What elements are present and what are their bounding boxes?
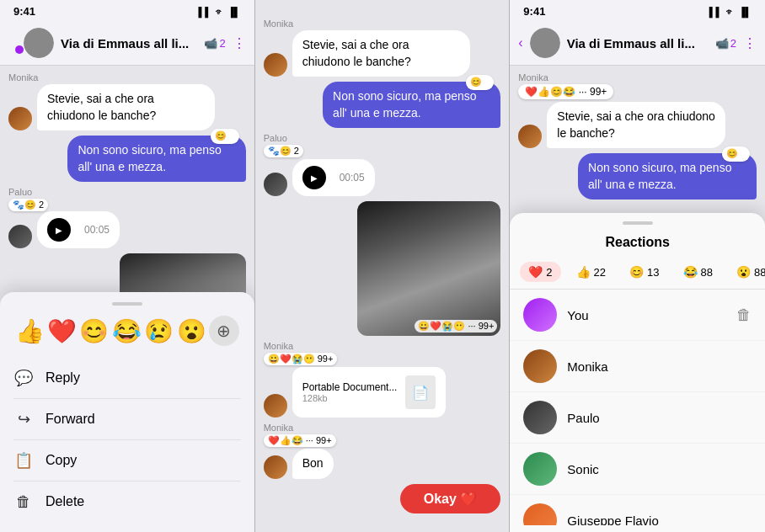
sender-monika: Monika [8, 72, 38, 82]
audio-msg-mid[interactable]: ▶ 00:05 [292, 159, 375, 196]
delete-menu-item[interactable]: 🗑 Delete [13, 481, 241, 522]
play-button[interactable]: ▶ [47, 218, 71, 242]
msg-av-mid: Stevie, sai a che ora chiudono le banche… [264, 30, 501, 77]
badge-out-right: 😊 2 [722, 146, 750, 161]
status-icons-left: ▌▌ ᯤ ▐▌ [198, 7, 240, 17]
avatar-paulo [523, 401, 557, 434]
msg-row-bon-mid: Monika ❤️👍😂 ··· 99+ Bon [264, 423, 501, 479]
file-info: Portable Document... 128kb [302, 381, 398, 403]
img-msg-mid: 😀❤️😭😶 ··· 99+ [357, 201, 500, 336]
audio-with-av: ▶ 00:05 [8, 211, 120, 248]
avatar-paluo [8, 225, 32, 248]
more-icon[interactable]: ⋮ [233, 35, 246, 51]
more-icon-right[interactable]: ⋮ [743, 35, 757, 51]
bubble-out-mid: 😊 2 Non sono sicuro, ma penso all' una e… [323, 82, 500, 128]
emoji-heart[interactable]: ❤️ [47, 317, 77, 345]
sender-monika-mid: Monika [264, 19, 293, 29]
img-reaction-mid: 😀❤️😭😶 ··· 99+ [415, 320, 497, 332]
emoji-wow[interactable]: 😮 [177, 317, 206, 345]
avatar-monika-right [518, 125, 542, 148]
back-icon-right[interactable]: ‹ [518, 35, 522, 51]
filter-laugh-count: 88 [701, 266, 713, 279]
play-button-mid[interactable]: ▶ [302, 166, 326, 189]
avatar-paluo-mid [264, 173, 287, 196]
user-row-giuseppe: Giuseppe Flavio [510, 495, 765, 525]
bottom-sheet[interactable]: 👍 ❤️ 😊 😂 😢 😮 ⊕ 💬 Reply ↪ Forward 📋 Copy … [0, 292, 254, 532]
badge-out-mid: 😊 2 [466, 75, 494, 89]
msg-row-monika-mid: Monika Stevie, sai a che ora chiudono le… [264, 19, 501, 77]
bubble-bon: Bon [292, 449, 334, 479]
user-name-paulo: Paulo [567, 411, 752, 425]
reply-menu-item[interactable]: 💬 Reply [13, 358, 241, 399]
delete-reaction-icon[interactable]: 🗑 [736, 306, 752, 324]
file-size: 128kb [302, 393, 398, 403]
filter-thumbs[interactable]: 👍 22 [568, 262, 614, 282]
modal-handle [623, 221, 653, 225]
avatar-monika-mid [264, 53, 287, 77]
audio-duration: 00:05 [84, 224, 110, 236]
emoji-cry[interactable]: 😢 [144, 317, 174, 345]
reaction-user-list: You 🗑 Monika Paulo Sonic Giuseppe Flavio [510, 290, 765, 525]
forward-menu-item[interactable]: ↪ Forward [13, 399, 241, 440]
okay-button[interactable]: Okay ❤️ [400, 484, 501, 513]
copy-menu-item[interactable]: 📋 Copy [13, 440, 241, 481]
video-icon-badge[interactable]: 📹 2 [204, 37, 225, 50]
battery-icon: ▐▌ [227, 7, 241, 17]
header-icons-right: 📹 2 ⋮ [715, 35, 757, 51]
user-row-monika: Monika [510, 341, 765, 392]
user-name-monika: Monika [567, 359, 752, 374]
header-icons-left: 📹 2 ⋮ [204, 35, 245, 51]
img-placeholder-mid [357, 201, 500, 336]
monika-av-right: Stevie, sai a che ora chiudono le banche… [518, 102, 757, 148]
svg-text:📄: 📄 [412, 385, 429, 401]
group-avatar-left [24, 28, 54, 58]
middle-panel: Monika Stevie, sai a che ora chiudono le… [255, 0, 510, 532]
filter-wow[interactable]: 😮 88 [728, 262, 765, 282]
emoji-laugh[interactable]: 😂 [112, 317, 142, 345]
msg-row-monika: Monika Stevie, sai a che ora chiudono le… [8, 72, 246, 130]
user-name-sonic: Sonic [567, 462, 752, 476]
filter-smile[interactable]: 😊 13 [621, 262, 667, 282]
delete-label: Delete [45, 494, 84, 509]
emoji-thumbs-up[interactable]: 👍 [15, 317, 45, 345]
user-name-giuseppe: Giuseppe Flavio [567, 513, 752, 526]
forward-icon: ↪ [13, 409, 34, 429]
filter-thumbs-count: 22 [594, 266, 606, 279]
file-av-mid: Portable Document... 128kb 📄 [264, 367, 447, 418]
emoji-quick-row: 👍 ❤️ 😊 😂 😢 😮 ⊕ [13, 316, 241, 346]
video-icon-badge-right[interactable]: 📹 2 [715, 37, 736, 50]
group-title-left[interactable]: Via di Emmaus all li... [61, 36, 197, 51]
msg-row-out1-left: 😊 2 Non sono sicuro, ma penso all' una e… [8, 136, 246, 182]
group-title-right[interactable]: Via di Emmaus all li... [567, 36, 709, 51]
chat-header-left: Via di Emmaus all li... 📹 2 ⋮ [0, 21, 254, 66]
badge-out1: 😊 2 [211, 129, 238, 143]
file-reaction: 😀❤️😭😶 99+ [264, 353, 338, 365]
avatar-monika-file [264, 394, 287, 418]
msg-with-av: Stevie, sai a che ora chiudono le banche… [8, 84, 246, 130]
forward-label: Forward [45, 412, 95, 427]
reply-label: Reply [45, 370, 80, 386]
sheet-handle [112, 302, 142, 306]
status-bar-mid [255, 0, 510, 8]
filter-heart[interactable]: ❤️ 2 [520, 262, 560, 282]
avatar-img-left [24, 28, 54, 58]
filter-smile-count: 13 [647, 266, 659, 279]
audio-msg-left[interactable]: ▶ 00:05 [37, 211, 120, 248]
msg-row-file-mid: Monika 😀❤️😭😶 99+ Portable Document... 12… [264, 341, 501, 418]
filter-laugh[interactable]: 😂 88 [675, 262, 721, 282]
time-right: 9:41 [523, 5, 545, 18]
monika-reaction-right: ❤️👍😊😂 ··· 99+ [518, 84, 613, 99]
status-bar-left: 9:41 ▌▌ ᯤ ▐▌ [0, 0, 254, 21]
bon-av: Bon [264, 449, 334, 479]
emoji-smile[interactable]: 😊 [79, 317, 109, 345]
time-left: 9:41 [13, 5, 35, 18]
avatar-bon [264, 455, 287, 479]
avatar-monika-modal [523, 349, 557, 383]
msg-row-out-right: 😊 2 Non sono sicuro, ma penso all' una e… [518, 153, 757, 200]
user-name-you: You [567, 308, 726, 322]
chat-header-right: ‹ Via di Emmaus all li... 📹 2 ⋮ [510, 21, 765, 66]
left-panel: 9:41 ▌▌ ᯤ ▐▌ Via di Emmaus all li... 📹 2… [0, 0, 254, 532]
wifi-icon: ᯤ [215, 7, 224, 17]
file-name: Portable Document... [302, 381, 398, 393]
add-emoji-button[interactable]: ⊕ [209, 316, 239, 346]
